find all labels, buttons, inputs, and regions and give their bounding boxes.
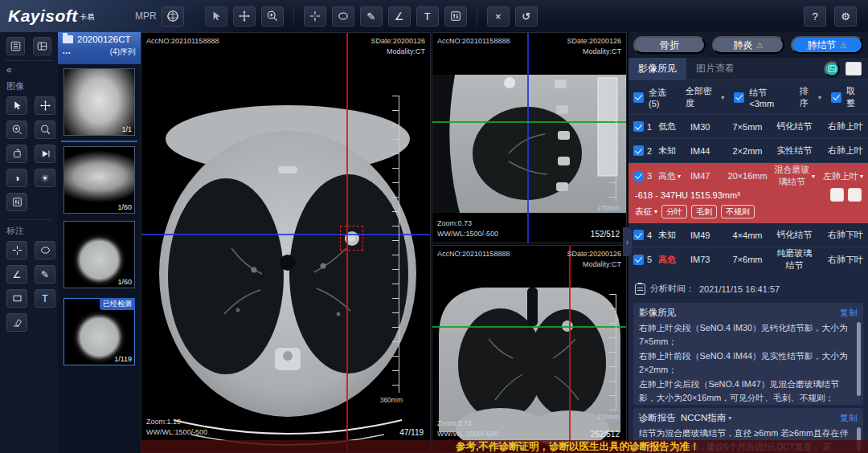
ruler-tool-button[interactable]: ✎ bbox=[360, 6, 383, 27]
findings-scrollbar[interactable] bbox=[857, 322, 861, 396]
axial-wwwl: WW/WL:1500/-500 bbox=[146, 427, 207, 438]
guideline-select[interactable]: NCCN指南▾ bbox=[681, 412, 731, 424]
pan-tool-button[interactable] bbox=[35, 96, 55, 115]
axial-zoom: Zoom:1.10 bbox=[146, 417, 207, 427]
axial-crosshair-horizontal[interactable] bbox=[141, 234, 430, 235]
type-select[interactable]: 混合磨玻璃结节▾ bbox=[774, 164, 815, 188]
feature-tag[interactable]: 毛刺 bbox=[691, 205, 717, 218]
window-level-tool-button[interactable] bbox=[444, 6, 467, 27]
tab-findings[interactable]: 影像所见 bbox=[628, 58, 686, 80]
series-header[interactable]: 20200126CT ••• (4)序列 bbox=[58, 32, 141, 64]
checkbox[interactable] bbox=[633, 230, 644, 240]
series-more-icon[interactable]: ••• bbox=[63, 50, 71, 55]
reset-view-button[interactable]: ↺ bbox=[515, 6, 538, 27]
nodule-row-1[interactable]: 1 低危 IM30 7×5mm 钙化结节 右肺上叶 bbox=[628, 115, 868, 139]
sagittal-crosshair-vertical[interactable] bbox=[527, 33, 529, 243]
caret-down-icon: ▾ bbox=[654, 208, 657, 215]
feature-tag[interactable]: 分叶 bbox=[661, 205, 687, 218]
clear-annotations-button[interactable]: × bbox=[487, 6, 510, 27]
mode-pneumonia-button[interactable]: 肺炎⚠ bbox=[712, 36, 784, 54]
checkbox[interactable] bbox=[633, 145, 644, 156]
features-select[interactable]: 表征▾ bbox=[635, 206, 657, 218]
copy-findings-button[interactable]: 复制 bbox=[840, 307, 858, 319]
pointer-tool-button[interactable] bbox=[6, 96, 27, 115]
nodule-row-4[interactable]: 4 未知 IM49 4×4mm 钙化结节 右肺下叶 bbox=[628, 223, 868, 247]
help-button[interactable]: ? bbox=[804, 6, 826, 27]
ellipse-tool-button[interactable] bbox=[35, 241, 55, 259]
cine-play-button[interactable] bbox=[35, 145, 55, 163]
brightness-button[interactable]: ☀ bbox=[35, 169, 55, 187]
mpr-mode-button[interactable] bbox=[162, 6, 184, 27]
select-all-checkbox[interactable] bbox=[633, 92, 644, 103]
small-nodule-checkbox[interactable] bbox=[734, 92, 744, 103]
delete-nodule-button[interactable] bbox=[848, 188, 862, 202]
sync-nodule-button[interactable] bbox=[830, 188, 844, 202]
panel-collapse-handle[interactable]: › bbox=[623, 227, 632, 256]
eraser-tool-button[interactable] bbox=[6, 313, 27, 332]
tab-image-view[interactable]: 图片查看 bbox=[686, 58, 744, 80]
copy-report-button[interactable]: 复制 bbox=[840, 412, 858, 424]
feature-tag[interactable]: 不规则 bbox=[721, 205, 755, 218]
nodule-roi-box[interactable] bbox=[340, 226, 363, 251]
rectangle-tool-button[interactable] bbox=[6, 289, 27, 308]
mode-nodule-label: 肺结节 bbox=[808, 39, 837, 52]
invert-contrast-button[interactable]: ◑ bbox=[6, 169, 27, 187]
crosshair-tool-button[interactable] bbox=[6, 241, 27, 259]
density-select[interactable]: 全部密度▾ bbox=[686, 85, 725, 109]
checkbox[interactable] bbox=[633, 255, 644, 265]
series-list-button[interactable] bbox=[6, 37, 25, 55]
nodule-hu-volume: -618 - 347HU 1515.93mm³ bbox=[635, 190, 740, 200]
checkbox[interactable] bbox=[633, 171, 644, 182]
thumbnail-series-2[interactable]: 1/60 bbox=[63, 146, 135, 214]
2d-view-button[interactable]: 2D bbox=[845, 62, 862, 76]
nodule-type: 混合磨玻璃结节 bbox=[774, 164, 810, 188]
zoom-in-tool-button[interactable] bbox=[261, 6, 284, 27]
ellipse-tool-button[interactable] bbox=[332, 6, 354, 27]
coronal-crosshair-vertical[interactable] bbox=[569, 246, 571, 452]
text-tool-button[interactable]: T bbox=[416, 6, 439, 27]
nodule-row-3-selected[interactable]: 3 高危▾ IM47 20×16mm 混合磨玻璃结节▾ 左肺上叶▾ -618 -… bbox=[628, 163, 868, 223]
text-tool-button[interactable]: T bbox=[35, 289, 55, 308]
annotation-section-label: 标注 bbox=[5, 222, 53, 239]
location-select[interactable]: 左肺上叶▾ bbox=[818, 170, 863, 182]
thumbnail-series-3[interactable]: 1/60 bbox=[63, 221, 135, 288]
checkbox[interactable] bbox=[633, 121, 644, 132]
nodule-image-index: IM49 bbox=[690, 231, 721, 240]
pan-tool-button[interactable] bbox=[233, 6, 256, 27]
mode-nodule-button[interactable]: 肺结节⚠ bbox=[791, 36, 863, 54]
app-logo: Kayisoft卡易 bbox=[0, 6, 135, 26]
collapse-rail-toggle[interactable]: « bbox=[5, 61, 53, 77]
round-checkbox[interactable] bbox=[831, 92, 841, 103]
sagittal-sdate: SDate:20200126 bbox=[567, 36, 621, 47]
angle-tool-button[interactable]: ∠ bbox=[6, 265, 27, 284]
magnify-tool-button[interactable] bbox=[35, 120, 55, 139]
pointer-tool-button[interactable] bbox=[205, 6, 227, 27]
sagittal-crosshair-horizontal[interactable] bbox=[432, 121, 626, 123]
pan-icon bbox=[239, 10, 250, 22]
crosshair-tool-button[interactable] bbox=[304, 6, 326, 27]
thumbnail-series-4-selected[interactable]: 已经检测 1/119 bbox=[63, 298, 135, 365]
sort-select[interactable]: 排序▾ bbox=[799, 85, 821, 109]
coronal-crosshair-horizontal[interactable] bbox=[432, 326, 626, 328]
image-section-label: 图像 bbox=[5, 77, 53, 95]
coronal-viewport[interactable]: 270mm AccNO:202101158888 SDate:20200126 … bbox=[432, 245, 627, 453]
layout-button[interactable] bbox=[33, 37, 51, 55]
nodule-row-2[interactable]: 2 未知 IM44 2×2mm 实性结节 右肺上叶 bbox=[628, 139, 868, 163]
thumbnail-scout[interactable]: 1/1 bbox=[63, 68, 135, 136]
axial-viewport[interactable]: 360mm AccNO:202101158888 SDate:20200126 … bbox=[141, 32, 431, 453]
window-level-button[interactable] bbox=[6, 193, 27, 211]
nodule-row-5[interactable]: 5 高危 IM73 7×6mm 纯磨玻璃结节 右肺下叶 bbox=[628, 247, 868, 271]
image-preview-button[interactable] bbox=[824, 61, 840, 77]
rotate-tool-button[interactable] bbox=[6, 145, 27, 163]
sagittal-viewport[interactable]: 270mm AccNO:202101158888 SDate:20200126 … bbox=[432, 32, 627, 243]
settings-button[interactable]: ⚙ bbox=[834, 6, 857, 27]
ruler-tool-button[interactable]: ✎ bbox=[35, 265, 55, 284]
zoom-in-tool-button[interactable] bbox=[6, 120, 27, 139]
mode-fracture-button[interactable]: 骨折 bbox=[633, 36, 706, 54]
grade-select[interactable]: 高危▾ bbox=[658, 170, 687, 182]
angle-tool-button[interactable]: ∠ bbox=[388, 6, 411, 27]
findings-text: 右肺上叶尖段（SeNO.4 IM30）见钙化结节影，大小为7×5mm； 右肺上叶… bbox=[639, 321, 858, 405]
sagittal-modality: Modality:CT bbox=[567, 47, 621, 57]
ai-mode-switcher: 骨折 肺炎⚠ 肺结节⚠ bbox=[628, 32, 868, 58]
logo-subtext: 卡易 bbox=[80, 13, 95, 21]
